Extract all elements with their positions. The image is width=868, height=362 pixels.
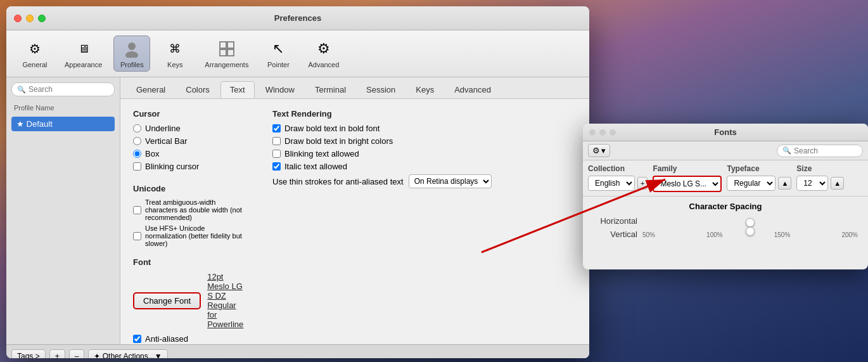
- toolbar-item-keys[interactable]: ⌘ Keys: [156, 36, 193, 71]
- toolbar-item-advanced[interactable]: ⚙ Advanced: [303, 36, 344, 71]
- fonts-gear-button[interactable]: ⚙ ▾: [588, 144, 610, 157]
- typeface-select[interactable]: Regular: [727, 176, 775, 191]
- toolbar-item-appearance[interactable]: 🖥 Appearance: [60, 36, 107, 71]
- pointer-icon: ↖: [268, 39, 288, 59]
- italic-allowed-checkbox[interactable]: [272, 162, 281, 171]
- toolbar-item-pointer[interactable]: ↖ Pointer: [260, 36, 297, 71]
- char-spacing-title: Character Spacing: [593, 202, 858, 211]
- unicode-ambiguous-checkbox[interactable]: [133, 206, 141, 214]
- tab-advanced[interactable]: Advanced: [445, 81, 501, 98]
- add-profile-button[interactable]: +: [49, 349, 65, 359]
- gear-icon: ⚙: [592, 146, 600, 155]
- family-header: Family: [653, 164, 722, 173]
- tab-terminal[interactable]: Terminal: [305, 81, 355, 98]
- minimize-button[interactable]: [26, 15, 34, 22]
- cursor-blinking-checkbox[interactable]: [133, 162, 141, 171]
- font-section-title: Font: [133, 257, 247, 267]
- unicode-hfs-checkbox[interactable]: [133, 232, 141, 240]
- sidebar-search[interactable]: 🔍: [11, 82, 115, 96]
- profile-name-header: Profile Name: [11, 101, 115, 114]
- svg-point-1: [125, 51, 138, 58]
- window-title: Preferences: [274, 13, 321, 23]
- bold-bright-label: Draw bold text in bright colors: [284, 136, 393, 146]
- italic-allowed-label: Italic text allowed: [284, 162, 347, 171]
- fonts-search-input[interactable]: [794, 146, 857, 155]
- font-value: 12pt Meslo LG S DZ Regular for Powerline: [207, 272, 247, 329]
- tab-window[interactable]: Window: [256, 81, 304, 98]
- blinking-allowed-checkbox[interactable]: [272, 150, 281, 158]
- bold-font-checkbox[interactable]: [272, 124, 281, 133]
- horizontal-label: Horizontal: [593, 216, 637, 226]
- close-button[interactable]: [14, 15, 22, 22]
- cursor-box-option[interactable]: Box: [133, 149, 247, 158]
- toolbar-item-general[interactable]: ⚙ General: [16, 36, 53, 71]
- other-actions-chevron: ▼: [155, 352, 162, 359]
- tab-text[interactable]: Text: [220, 81, 255, 98]
- font-section: Font Change Font 12pt Meslo LG S DZ Regu…: [133, 257, 247, 344]
- slider-mark-50: 50%: [642, 231, 655, 238]
- cursor-vertical-bar-radio[interactable]: [133, 137, 141, 145]
- size-stepper-up[interactable]: ▲: [831, 177, 844, 190]
- unicode-ambiguous-label: Treat ambiguous-width characters as doub…: [145, 198, 247, 221]
- horizontal-slider-thumb[interactable]: [746, 218, 755, 227]
- unicode-ambiguous-option[interactable]: Treat ambiguous-width characters as doub…: [133, 198, 247, 221]
- vertical-slider-row: Vertical 50% 100% 150% 200%: [593, 229, 858, 239]
- fonts-columns: Collection English + Family Meslo LG S..…: [583, 160, 868, 197]
- collection-select[interactable]: English: [588, 176, 635, 191]
- fonts-window-title: Fonts: [714, 127, 736, 137]
- cursor-underline-option[interactable]: Underline: [133, 124, 247, 133]
- main-content: General Colors Text Window Terminal Sess…: [120, 77, 589, 344]
- remove-profile-button[interactable]: –: [69, 349, 85, 359]
- family-select[interactable]: Meslo LG S...: [653, 176, 722, 192]
- fonts-maximize-button[interactable]: [610, 129, 616, 136]
- italic-allowed-option[interactable]: Italic text allowed: [272, 162, 577, 171]
- cursor-blinking-option[interactable]: Blinking cursor: [133, 162, 247, 171]
- traffic-lights: [14, 15, 46, 22]
- fonts-traffic-lights: [589, 129, 616, 136]
- thin-strokes-select[interactable]: On Retina displays: [409, 174, 492, 188]
- cursor-vertical-bar-option[interactable]: Vertical Bar: [133, 136, 247, 146]
- svg-rect-3: [227, 42, 234, 48]
- toolbar-item-arrangements[interactable]: Arrangements: [200, 36, 253, 71]
- character-spacing-section: Character Spacing Horizontal Vertical 50…: [583, 197, 868, 248]
- collection-add-button[interactable]: +: [637, 177, 648, 190]
- fonts-title-bar: Fonts: [583, 124, 868, 141]
- bold-font-option[interactable]: Draw bold text in bold font: [272, 124, 577, 133]
- fonts-minimize-button[interactable]: [599, 129, 606, 136]
- cursor-box-radio[interactable]: [133, 150, 141, 158]
- font-anti-aliased-checkbox[interactable]: [133, 335, 141, 343]
- content-area: Cursor Underline Vertical Bar Box: [120, 99, 589, 344]
- slider-mark-100: 100%: [706, 231, 723, 238]
- size-select[interactable]: 12: [796, 176, 828, 191]
- tags-button[interactable]: Tags >: [11, 349, 46, 359]
- fonts-search[interactable]: 🔍: [777, 145, 863, 157]
- tab-session[interactable]: Session: [357, 81, 405, 98]
- tab-keys[interactable]: Keys: [406, 81, 444, 98]
- search-input[interactable]: [29, 85, 109, 94]
- bold-bright-checkbox[interactable]: [272, 137, 281, 145]
- cursor-section-title: Cursor: [133, 109, 247, 119]
- font-anti-aliased-option[interactable]: Anti-aliased: [133, 334, 247, 344]
- toolbar-item-profiles[interactable]: Profiles: [113, 36, 150, 72]
- unicode-hfs-option[interactable]: Use HFS+ Unicode normalization (better f…: [133, 224, 247, 247]
- bold-bright-option[interactable]: Draw bold text in bright colors: [272, 136, 577, 146]
- cursor-underline-radio[interactable]: [133, 124, 141, 133]
- tab-colors[interactable]: Colors: [176, 81, 219, 98]
- profile-item-default[interactable]: ★ Default: [11, 117, 115, 131]
- fonts-toolbar: ⚙ ▾ 🔍: [583, 141, 868, 160]
- change-font-button[interactable]: Change Font: [133, 292, 201, 309]
- fonts-close-button[interactable]: [589, 129, 596, 136]
- sidebar: 🔍 Profile Name ★ Default: [6, 77, 120, 344]
- other-actions-button[interactable]: ✦ Other Actions... ▼: [88, 349, 167, 359]
- typeface-stepper-up[interactable]: ▲: [778, 177, 791, 190]
- blinking-allowed-option[interactable]: Blinking text allowed: [272, 149, 577, 158]
- cursor-vertical-bar-label: Vertical Bar: [145, 136, 187, 146]
- tab-general[interactable]: General: [127, 81, 175, 98]
- family-col: Family Meslo LG S...: [653, 164, 722, 192]
- maximize-button[interactable]: [38, 15, 46, 22]
- general-icon: ⚙: [25, 39, 45, 59]
- arrangements-icon: [217, 39, 237, 59]
- svg-rect-2: [220, 42, 226, 48]
- size-content: 12 ▲: [796, 176, 844, 191]
- vertical-slider-thumb[interactable]: [746, 227, 755, 236]
